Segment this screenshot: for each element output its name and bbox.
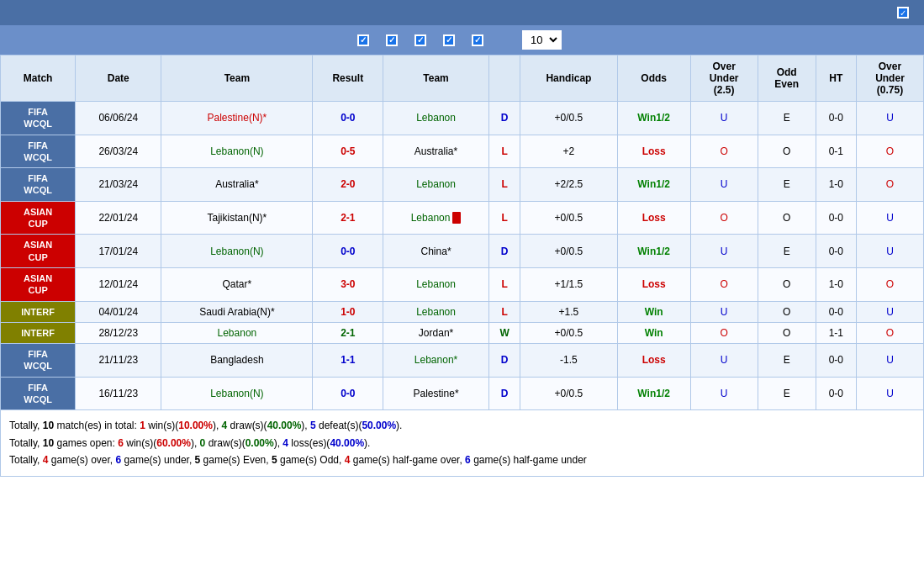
filter-kcth[interactable]: ✓ (472, 34, 487, 46)
open-loss-pct: 40.00% (330, 437, 364, 449)
handicap: -1.5 (520, 344, 617, 378)
odd-even: O (758, 301, 816, 322)
odds: Loss (617, 135, 690, 168)
match-date: 17/01/24 (76, 235, 161, 268)
col-team1: Team (161, 55, 313, 102)
total-defeats: 5 (310, 420, 316, 431)
match-date: 22/01/24 (76, 201, 161, 235)
handicap: +0/0.5 (520, 235, 617, 268)
games-select[interactable]: 10 20 50 (522, 30, 562, 50)
display-notes-section: ✓ (897, 7, 914, 18)
team1: Lebanon(N) (161, 377, 313, 410)
team1: Qatar* (161, 267, 313, 301)
ht-score: 0-0 (816, 235, 856, 268)
wdl: L (488, 301, 520, 322)
open-losses: 4 (282, 437, 288, 449)
table-row: INTERF28/12/23Lebanon2-1Jordan*W+0/0.5Wi… (1, 322, 924, 343)
page-header: ✓ (0, 0, 924, 25)
col-result: Result (313, 55, 383, 102)
match-date: 12/01/24 (76, 267, 161, 301)
match-date: 16/11/23 (76, 377, 161, 410)
match-result: 1-0 (313, 301, 383, 322)
defeat-pct: 50.00% (362, 420, 396, 431)
ht-score: 1-0 (816, 168, 856, 202)
last-games-section: 10 20 50 (517, 30, 567, 50)
ht-over-under: U (856, 102, 923, 135)
match-type: FIFAWCQL (1, 168, 76, 202)
handicap: +1.5 (520, 301, 617, 322)
interf-checkbox[interactable]: ✓ (357, 34, 369, 46)
over-under: U (690, 377, 758, 410)
table-row: ASIANCUP17/01/24Lebanon(N)0-0China*D+0/0… (1, 235, 924, 268)
table-row: FIFAWCQL26/03/24Lebanon(N)0-5Australia*L… (1, 135, 924, 168)
ht-over-under: O (856, 322, 923, 343)
odd-even: E (758, 344, 816, 378)
ht-score: 0-0 (816, 301, 856, 322)
odds: Win (617, 322, 690, 343)
over-under: U (690, 301, 758, 322)
col-odds: Odds (617, 55, 690, 102)
over-under: O (690, 267, 758, 301)
filter-fifa-wcql[interactable]: ✓ (386, 34, 401, 46)
col-oe: OddEven (758, 55, 816, 102)
handicap: +1/1.5 (520, 267, 617, 301)
wdl: L (488, 201, 520, 235)
open-draws: 0 (200, 437, 206, 449)
match-result: 0-0 (313, 235, 383, 268)
total-matches: 10 (43, 420, 54, 431)
wdl: D (488, 344, 520, 378)
match-date: 21/03/24 (76, 168, 161, 202)
col-team2: Team (383, 55, 489, 102)
handicap: +2/2.5 (520, 168, 617, 202)
over-under: U (690, 102, 758, 135)
fifawcql-checkbox[interactable]: ✓ (386, 34, 398, 46)
total-open-games: 10 (43, 437, 54, 449)
match-type: INTERF (1, 301, 76, 322)
filter-bar: ✓ ✓ ✓ ✓ ✓ 10 20 50 (0, 25, 924, 55)
odds: Win1/2 (617, 235, 690, 268)
team1: Australia* (161, 168, 313, 202)
over-under: O (690, 322, 758, 343)
filter-asian-cup[interactable]: ✓ (414, 34, 430, 46)
match-result: 2-1 (313, 201, 383, 235)
match-result: 0-0 (313, 102, 383, 135)
over-under: O (690, 201, 758, 235)
col-handicap: Handicap (520, 55, 617, 102)
wdl: L (488, 135, 520, 168)
team1: Lebanon(N) (161, 135, 313, 168)
table-row: ASIANCUP22/01/24Tajikistan(N)*2-1Lebanon… (1, 201, 924, 235)
team1: Tajikistan(N)* (161, 201, 313, 235)
team1: Palestine(N)* (161, 102, 313, 135)
match-result: 0-5 (313, 135, 383, 168)
wdl: D (488, 235, 520, 268)
win-pct: 10.00% (178, 420, 213, 431)
col-ou075: OverUnder(0.75) (856, 55, 923, 102)
asiancup-checkbox[interactable]: ✓ (414, 34, 426, 46)
footer-stats: Totally, 10 match(es) in total: 1 win(s)… (0, 410, 924, 476)
wdl: W (488, 322, 520, 343)
total-wins: 1 (140, 420, 145, 431)
ht-over-under: O (856, 267, 923, 301)
col-wdl (488, 55, 520, 102)
filter-interf[interactable]: ✓ (357, 34, 372, 46)
table-row: ASIANCUP12/01/24Qatar*3-0LebanonL+1/1.5L… (1, 267, 924, 301)
odd-even: O (758, 322, 816, 343)
wdl: L (488, 267, 520, 301)
team2: Lebanon (383, 102, 489, 135)
ht-score: 1-0 (816, 267, 856, 301)
ht-score: 0-0 (816, 377, 856, 410)
over-under: U (690, 168, 758, 202)
table-row: FIFAWCQL21/03/24Australia*2-0LebanonL+2/… (1, 168, 924, 202)
team2: China* (383, 235, 489, 268)
filter-saff[interactable]: ✓ (443, 34, 458, 46)
odd-even: E (758, 168, 816, 202)
team2: Lebanon (383, 201, 489, 235)
saff-checkbox[interactable]: ✓ (443, 34, 455, 46)
display-notes-checkbox[interactable]: ✓ (897, 7, 909, 18)
team2: Jordan* (383, 322, 489, 343)
match-result: 0-0 (313, 377, 383, 410)
wdl: D (488, 102, 520, 135)
match-date: 04/01/24 (76, 301, 161, 322)
kcth-checkbox[interactable]: ✓ (472, 34, 483, 46)
ht-score: 0-0 (816, 102, 856, 135)
